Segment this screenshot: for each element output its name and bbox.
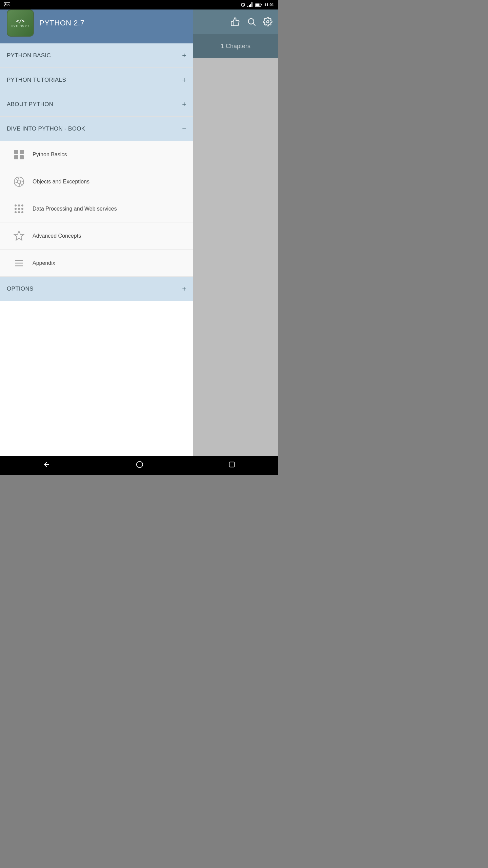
sub-item-appendix[interactable]: Appendix [0, 250, 193, 277]
about-python-label: ABOUT PYTHON [7, 101, 53, 108]
svg-point-27 [21, 204, 23, 206]
svg-line-21 [14, 182, 17, 183]
sub-item-python-basics[interactable]: Python Basics [0, 141, 193, 168]
objects-exceptions-icon [12, 175, 26, 189]
svg-line-20 [19, 183, 20, 186]
options-expand-icon: + [182, 284, 186, 293]
navigation-drawer: </> PYTHON 2.7 PYTHON 2.7 PYTHON BASIC +… [0, 0, 193, 456]
grid-icon [13, 149, 25, 161]
svg-point-10 [248, 19, 254, 24]
svg-point-38 [137, 461, 143, 467]
settings-icon[interactable] [263, 17, 272, 26]
svg-point-33 [21, 211, 23, 213]
svg-line-22 [21, 181, 24, 182]
svg-rect-3 [247, 6, 248, 7]
svg-point-28 [15, 208, 17, 210]
sub-item-objects-exceptions[interactable]: Objects and Exceptions [0, 168, 193, 195]
menu-item-python-tutorials[interactable]: PYTHON TUTORIALS + [0, 68, 193, 92]
appendix-label: Appendix [33, 260, 55, 266]
home-icon [136, 461, 143, 468]
svg-point-26 [18, 204, 20, 206]
recents-button[interactable] [222, 458, 242, 472]
svg-rect-6 [251, 2, 252, 7]
menu-item-dive-into-python[interactable]: DIVE INTO PYTHON - BOOK − [0, 117, 193, 141]
svg-rect-8 [255, 4, 259, 6]
bottom-navigation [0, 456, 278, 475]
like-icon[interactable] [230, 17, 240, 26]
advanced-concepts-label: Advanced Concepts [33, 233, 81, 239]
svg-point-12 [267, 21, 269, 23]
svg-point-30 [21, 208, 23, 210]
alarm-icon [241, 2, 245, 7]
signal-icon [247, 2, 253, 7]
logo-tag: </> [16, 18, 24, 24]
python-basic-expand-icon: + [182, 51, 186, 60]
svg-rect-9 [261, 4, 262, 5]
appendix-icon [12, 256, 26, 270]
back-icon [43, 460, 51, 469]
status-bar-left [4, 2, 10, 7]
time-display: 11:01 [264, 3, 274, 7]
search-icon[interactable] [247, 17, 256, 26]
app-logo: </> PYTHON 2.7 [7, 9, 34, 37]
python-basics-icon [12, 148, 26, 161]
status-bar: 11:01 [0, 0, 278, 9]
svg-rect-14 [20, 150, 24, 154]
python-basic-label: PYTHON BASIC [7, 52, 51, 59]
menu-item-about-python[interactable]: ABOUT PYTHON + [0, 92, 193, 117]
back-button[interactable] [36, 458, 58, 473]
svg-line-11 [253, 23, 255, 25]
svg-line-23 [16, 178, 18, 181]
home-button[interactable] [129, 458, 150, 473]
objects-exceptions-label: Objects and Exceptions [33, 179, 89, 185]
svg-point-25 [15, 204, 17, 206]
app-logo-inner: </> PYTHON 2.7 [7, 10, 33, 36]
svg-rect-15 [14, 155, 18, 159]
data-processing-label: Data Processing and Web services [33, 206, 117, 212]
svg-point-31 [15, 211, 17, 213]
svg-line-19 [18, 177, 19, 180]
dots-grid-icon [13, 203, 25, 215]
recents-icon [228, 461, 235, 468]
chapters-bar: 1 Chapters [193, 34, 278, 58]
drawer-empty-space [0, 301, 193, 456]
svg-marker-34 [14, 231, 24, 240]
svg-point-32 [18, 211, 20, 213]
list-icon [13, 257, 25, 269]
app-title: PYTHON 2.7 [39, 19, 84, 27]
gallery-icon [4, 2, 10, 7]
battery-icon [255, 3, 262, 7]
svg-rect-4 [249, 5, 250, 7]
advanced-concepts-icon [12, 229, 26, 243]
chapters-text: 1 Chapters [221, 43, 250, 50]
svg-rect-5 [250, 4, 251, 7]
menu-item-python-basic[interactable]: PYTHON BASIC + [0, 43, 193, 68]
svg-rect-39 [229, 462, 235, 467]
star-icon [13, 230, 25, 242]
aperture-icon [13, 176, 25, 188]
dive-into-python-section: DIVE INTO PYTHON - BOOK − Python Basics [0, 117, 193, 277]
python-tutorials-label: PYTHON TUTORIALS [7, 77, 66, 83]
python-tutorials-expand-icon: + [182, 76, 186, 84]
sub-item-advanced-concepts[interactable]: Advanced Concepts [0, 222, 193, 250]
svg-rect-16 [20, 155, 24, 159]
menu-item-options[interactable]: OPTIONS + [0, 277, 193, 301]
about-python-expand-icon: + [182, 100, 186, 109]
data-processing-icon [12, 202, 26, 216]
dive-into-python-label: DIVE INTO PYTHON - BOOK [7, 125, 85, 132]
dive-into-python-collapse-icon: − [182, 124, 186, 133]
logo-sub: PYTHON 2.7 [12, 24, 29, 28]
svg-rect-13 [14, 150, 18, 154]
svg-point-29 [18, 208, 20, 210]
python-basics-label: Python Basics [33, 152, 67, 158]
status-bar-right: 11:01 [241, 2, 274, 7]
sub-item-data-processing[interactable]: Data Processing and Web services [0, 195, 193, 222]
options-label: OPTIONS [7, 285, 34, 292]
gray-content-area [193, 58, 278, 456]
svg-line-24 [20, 183, 22, 185]
